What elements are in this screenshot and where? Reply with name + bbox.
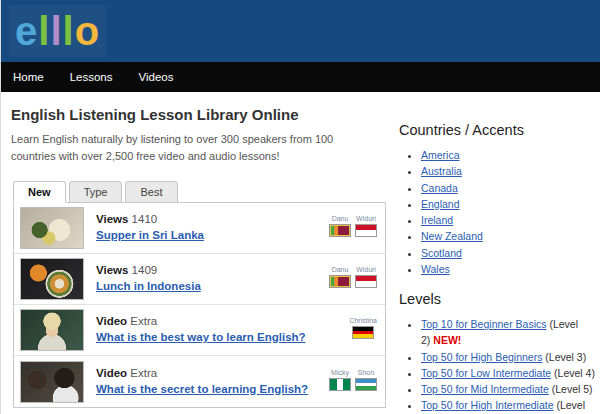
list-item: Top 50 for Low Intermediate (Level 4) <box>421 365 595 381</box>
speaker: Shon <box>355 369 377 395</box>
list-item: Australia <box>421 163 595 179</box>
lesson-title-link[interactable]: Supper in Sri Lanka <box>96 229 204 241</box>
list-item: America <box>421 147 595 163</box>
nav-item-videos[interactable]: Videos <box>139 71 174 83</box>
countries-heading: Countries / Accents <box>399 122 595 138</box>
speaker: Danu <box>329 266 351 292</box>
speaker: Christina <box>349 317 377 343</box>
level-link[interactable]: Top 50 for High Intermediate <box>421 399 554 411</box>
list-item: Top 10 for Beginner Basics (Level 2)NEW! <box>421 316 595 349</box>
speaker: Widuri <box>355 215 377 241</box>
country-link-america[interactable]: America <box>421 149 460 161</box>
lesson-row: Video Extra What is the secret to learni… <box>14 356 385 407</box>
lesson-type-label: Views <box>96 264 128 276</box>
list-item: Top 50 for High Intermediate (Level 6) <box>421 397 595 414</box>
page-subtitle: Learn English naturally by listening to … <box>11 131 379 165</box>
lessons-panel: New Type Best Views 1410 Supper in Sri L… <box>13 180 386 408</box>
list-item: England <box>421 196 595 212</box>
main-nav: Home Lessons Videos <box>1 62 600 92</box>
list-item: Canada <box>421 180 595 196</box>
level-link[interactable]: Top 10 for Beginner Basics <box>421 318 547 330</box>
list-item: Top 50 for Mid Intermediate (Level 5) <box>421 381 595 397</box>
level-suffix: (Level 4) <box>554 367 595 379</box>
speaker-name[interactable]: Micky <box>329 369 351 376</box>
nav-item-lessons[interactable]: Lessons <box>70 71 113 83</box>
sri-lanka-flag-icon <box>329 275 351 288</box>
speaker-name[interactable]: Widuri <box>355 215 377 222</box>
lesson-type-value: Extra <box>130 367 157 379</box>
lesson-thumbnail[interactable] <box>20 258 84 300</box>
speaker: Micky <box>329 369 351 395</box>
speaker-name[interactable]: Danu <box>329 266 351 273</box>
country-link-ireland[interactable]: Ireland <box>421 214 453 226</box>
nav-item-home[interactable]: Home <box>13 71 44 83</box>
list-item: New Zealand <box>421 228 595 244</box>
speakers: Christina <box>349 317 377 343</box>
sri-lanka-flag-icon <box>329 224 351 237</box>
lesson-type-value: 1410 <box>132 213 158 225</box>
country-link-new-zealand[interactable]: New Zealand <box>421 230 483 242</box>
country-link-england[interactable]: England <box>421 198 460 210</box>
level-link[interactable]: Top 50 for Low Intermediate <box>421 367 551 379</box>
speakers: Micky Shon <box>329 369 377 395</box>
country-link-scotland[interactable]: Scotland <box>421 247 462 259</box>
lesson-type-label: Views <box>96 213 128 225</box>
speaker-name[interactable]: Christina <box>349 317 377 324</box>
speaker-name[interactable]: Danu <box>329 215 351 222</box>
sidebar: Countries / Accents America Australia Ca… <box>399 122 595 414</box>
speaker-name[interactable]: Widuri <box>355 266 377 273</box>
country-link-australia[interactable]: Australia <box>421 165 462 177</box>
indonesia-flag-icon <box>355 275 377 288</box>
lesson-thumbnail[interactable] <box>20 309 84 351</box>
logo-letter: l <box>38 7 50 55</box>
lesson-row: Views 1409 Lunch in Indonesia Danu Widur… <box>14 254 385 305</box>
tab-type[interactable]: Type <box>69 181 123 203</box>
list-item: Ireland <box>421 212 595 228</box>
elllo-logo[interactable]: elllo <box>9 5 106 57</box>
country-link-canada[interactable]: Canada <box>421 182 458 194</box>
speakers: Danu Widuri <box>329 215 377 241</box>
lesson-title-link[interactable]: What is the secret to learning English? <box>96 383 308 395</box>
lesson-row: Views 1410 Supper in Sri Lanka Danu Widu… <box>14 203 385 254</box>
lesson-meta: Views 1409 Lunch in Indonesia <box>96 264 329 294</box>
countries-list: America Australia Canada England Ireland… <box>399 147 595 277</box>
nigeria-flag-icon <box>329 378 351 391</box>
list-item: Scotland <box>421 245 595 261</box>
logo-letter: l <box>50 7 62 55</box>
logo-letter: l <box>63 7 75 55</box>
levels-heading: Levels <box>399 291 595 307</box>
country-link-wales[interactable]: Wales <box>421 263 450 275</box>
lesson-title-link[interactable]: What is the best way to learn English? <box>96 331 306 343</box>
list-item: Top 50 for High Beginners (Level 3) <box>421 349 595 365</box>
level-link[interactable]: Top 50 for Mid Intermediate <box>421 383 549 395</box>
logo-letter: e <box>15 7 38 55</box>
tab-best[interactable]: Best <box>125 181 177 203</box>
lesson-meta: Video Extra What is the best way to lear… <box>96 315 349 345</box>
levels-list: Top 10 for Beginner Basics (Level 2)NEW!… <box>399 316 595 414</box>
speaker-name[interactable]: Shon <box>355 369 377 376</box>
site-header: elllo <box>1 0 600 62</box>
page-title: English Listening Lesson Library Online <box>11 106 600 123</box>
lesson-type-label: Video <box>96 367 127 379</box>
lesson-title-link[interactable]: Lunch in Indonesia <box>96 280 201 292</box>
lesson-list: Views 1410 Supper in Sri Lanka Danu Widu… <box>13 202 386 408</box>
lesson-meta: Views 1410 Supper in Sri Lanka <box>96 213 329 243</box>
indonesia-flag-icon <box>355 224 377 237</box>
uzbekistan-flag-icon <box>355 378 377 391</box>
lesson-tabs: New Type Best <box>13 181 386 203</box>
level-suffix: (Level 3) <box>545 351 586 363</box>
lesson-type-value: Extra <box>130 315 157 327</box>
level-link[interactable]: Top 50 for High Beginners <box>421 351 542 363</box>
level-suffix: (Level 5) <box>552 383 593 395</box>
speaker: Danu <box>329 215 351 241</box>
germany-flag-icon <box>352 326 374 339</box>
new-badge: NEW! <box>433 334 461 346</box>
speaker: Widuri <box>355 266 377 292</box>
tab-new[interactable]: New <box>13 181 66 203</box>
lesson-thumbnail[interactable] <box>20 207 84 249</box>
lesson-row: Video Extra What is the best way to lear… <box>14 305 385 356</box>
lesson-type-label: Video <box>96 315 127 327</box>
lesson-thumbnail[interactable] <box>20 361 84 403</box>
list-item: Wales <box>421 261 595 277</box>
speakers: Danu Widuri <box>329 266 377 292</box>
